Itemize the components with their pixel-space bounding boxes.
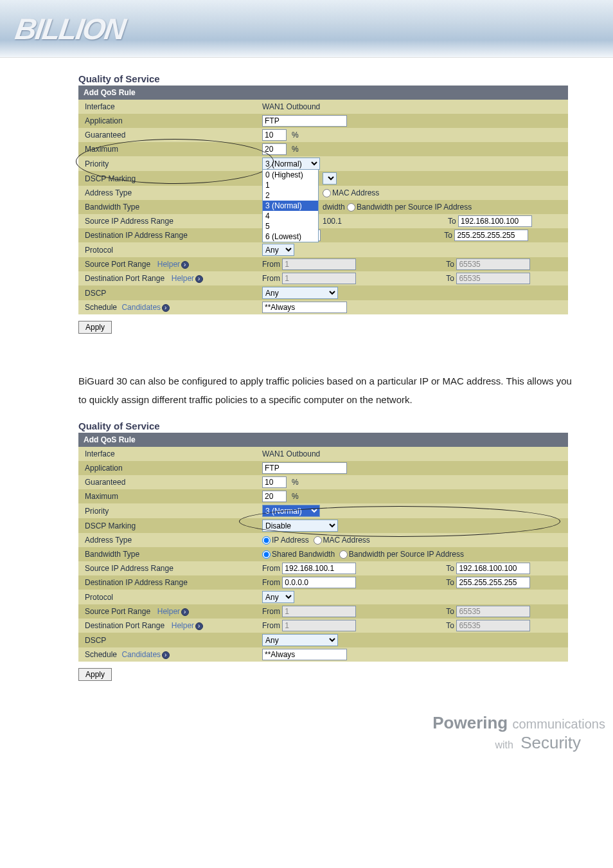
- dst-port-helper-link[interactable]: Helper: [172, 621, 194, 630]
- dscp-marking-select[interactable]: [323, 172, 337, 185]
- maximum-label: Maximum: [78, 489, 258, 503]
- application-input[interactable]: [262, 115, 347, 127]
- interface-value: WAN1 Outbound: [258, 447, 568, 461]
- priority-option[interactable]: 1: [263, 180, 318, 190]
- helper-icon[interactable]: [181, 261, 189, 269]
- from-label: From: [262, 274, 280, 283]
- helper-icon[interactable]: [195, 622, 203, 630]
- src-ip-from-input[interactable]: [282, 563, 356, 574]
- src-port-to-input[interactable]: [456, 258, 530, 270]
- from-label: From: [262, 578, 280, 587]
- bandwidth-type-label: Bandwidth Type: [78, 200, 258, 214]
- src-ip-to-input[interactable]: [456, 563, 530, 574]
- priority-option[interactable]: 0 (Highest): [263, 170, 318, 180]
- mac-address-radio[interactable]: [314, 536, 322, 545]
- qos-subtitle-1: Add QoS Rule: [78, 86, 568, 100]
- shared-bw-radio[interactable]: [262, 550, 271, 559]
- qos-title-1: Quality of Service: [78, 73, 568, 84]
- to-label: To: [444, 231, 452, 240]
- dst-port-label: Destination Port Range: [85, 274, 164, 283]
- dst-port-to-input[interactable]: [456, 273, 530, 284]
- helper-icon[interactable]: [162, 651, 170, 659]
- priority-option[interactable]: 4: [263, 211, 318, 221]
- qos-table-1: Interface WAN1 Outbound Application Guar…: [78, 100, 568, 314]
- qos-title-2: Quality of Service: [78, 420, 568, 431]
- footer-communications: communications: [512, 717, 605, 731]
- dscp-label: DSCP: [78, 285, 258, 300]
- priority-select[interactable]: 3 (Normal): [262, 158, 320, 170]
- footer-tagline: Powering communications with Security: [432, 713, 605, 753]
- protocol-select[interactable]: Any: [262, 591, 294, 603]
- src-port-from-input[interactable]: [282, 606, 356, 617]
- priority-option-selected[interactable]: 3 (Normal): [263, 201, 318, 211]
- src-port-from-input[interactable]: [282, 258, 356, 270]
- dst-port-from-input[interactable]: [282, 620, 356, 631]
- protocol-label: Protocol: [78, 242, 258, 257]
- maximum-unit: %: [292, 145, 299, 154]
- src-port-to-input[interactable]: [456, 606, 530, 617]
- dst-ip-label: Destination IP Address Range: [78, 228, 258, 242]
- maximum-input[interactable]: [262, 143, 287, 155]
- maximum-unit: %: [292, 492, 299, 501]
- schedule-input[interactable]: [262, 649, 347, 660]
- schedule-label: Schedule: [85, 303, 117, 312]
- priority-option[interactable]: 2: [263, 190, 318, 201]
- maximum-label: Maximum: [78, 142, 258, 156]
- dscp-marking-label: DSCP Marking: [78, 518, 258, 533]
- application-label: Application: [78, 461, 258, 475]
- footer-powering: Powering: [432, 713, 508, 732]
- interface-label: Interface: [78, 447, 258, 461]
- src-ip-to-input[interactable]: [458, 215, 532, 227]
- apply-button-1[interactable]: Apply: [78, 321, 112, 334]
- ip-address-label: IP Address: [272, 536, 309, 545]
- priority-option[interactable]: 5: [263, 221, 318, 231]
- dscp-select[interactable]: Any: [262, 634, 338, 646]
- dscp-select[interactable]: Any: [262, 287, 338, 299]
- bw-per-source-radio[interactable]: [347, 203, 355, 212]
- dst-ip-from-input[interactable]: [282, 577, 356, 588]
- guaranteed-input[interactable]: [262, 129, 287, 141]
- helper-icon[interactable]: [181, 608, 189, 616]
- apply-button-2[interactable]: Apply: [78, 668, 112, 681]
- to-label: To: [446, 260, 454, 269]
- schedule-candidates-link[interactable]: Candidates: [121, 303, 161, 312]
- src-port-helper-link[interactable]: Helper: [157, 607, 180, 616]
- protocol-label: Protocol: [78, 590, 258, 604]
- application-label: Application: [78, 114, 258, 128]
- helper-icon[interactable]: [195, 275, 203, 283]
- bw-per-source-radio[interactable]: [339, 550, 348, 559]
- dst-ip-to-input[interactable]: [456, 577, 530, 588]
- priority-label: Priority: [78, 156, 258, 171]
- priority-select[interactable]: 3 (Normal): [262, 505, 320, 517]
- maximum-input[interactable]: [262, 491, 287, 502]
- to-label: To: [446, 621, 454, 630]
- dst-port-to-input[interactable]: [456, 620, 530, 631]
- bw-per-source-label: Bandwidth per Source IP Address: [357, 203, 472, 212]
- dst-port-helper-link[interactable]: Helper: [172, 274, 194, 283]
- interface-label: Interface: [78, 100, 258, 114]
- dst-ip-to-input[interactable]: [454, 230, 528, 241]
- guaranteed-input[interactable]: [262, 476, 287, 488]
- priority-dropdown-open[interactable]: 0 (Highest) 1 2 3 (Normal) 4 5 6 (Lowest…: [262, 169, 319, 242]
- dscp-marking-select[interactable]: Disable: [262, 520, 338, 532]
- ip-address-radio[interactable]: [262, 536, 271, 545]
- mac-address-radio[interactable]: [323, 189, 331, 197]
- schedule-input[interactable]: [262, 302, 347, 313]
- priority-option[interactable]: 6 (Lowest): [263, 231, 318, 242]
- guaranteed-unit: %: [292, 131, 299, 140]
- logo-bar: BILLION: [0, 0, 613, 58]
- protocol-select[interactable]: Any: [262, 244, 294, 256]
- dst-port-from-input[interactable]: [282, 273, 356, 284]
- schedule-label: Schedule: [85, 650, 117, 659]
- src-ip-from-partial: 100.1: [323, 217, 342, 226]
- from-label: From: [262, 607, 280, 616]
- to-label: To: [446, 578, 454, 587]
- application-input[interactable]: [262, 462, 347, 474]
- mac-address-label: MAC Address: [332, 188, 379, 197]
- src-port-helper-link[interactable]: Helper: [157, 260, 180, 269]
- helper-icon[interactable]: [162, 304, 170, 312]
- schedule-candidates-link[interactable]: Candidates: [121, 650, 161, 659]
- dscp-marking-label: DSCP Marking: [78, 171, 258, 186]
- src-ip-label: Source IP Address Range: [78, 561, 258, 575]
- src-port-label: Source Port Range: [85, 260, 150, 269]
